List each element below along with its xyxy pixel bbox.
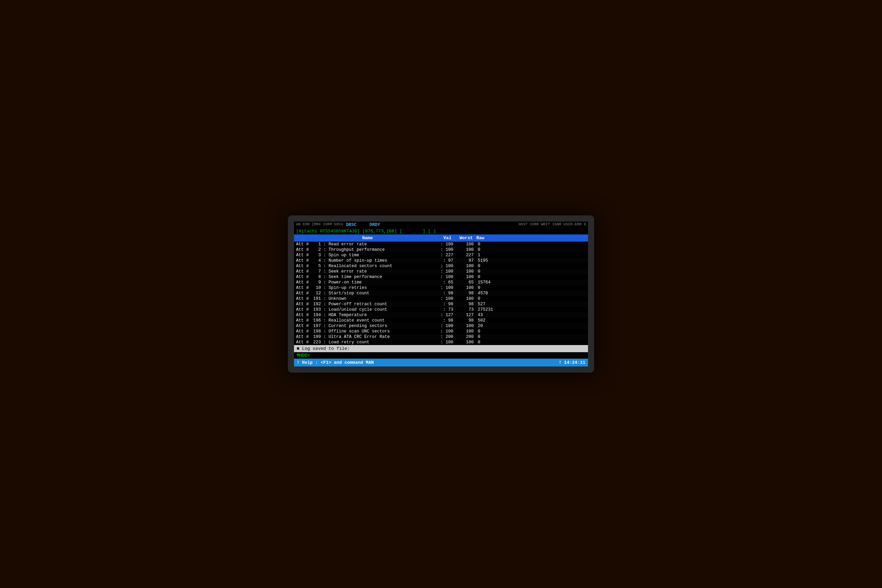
attr-worst: 100 xyxy=(456,248,476,252)
attr-val: : 100 xyxy=(439,274,456,279)
att-prefix: Att # xyxy=(296,313,309,318)
attr-label: Att # 223 : Load retry count xyxy=(296,340,439,345)
attr-raw: 20 xyxy=(476,324,504,328)
attr-num: 223 xyxy=(311,340,321,345)
attr-num: 191 xyxy=(311,296,321,301)
attr-colon: : xyxy=(324,291,329,296)
att-prefix: Att # xyxy=(296,248,309,252)
attr-name: HDA Temperature xyxy=(329,313,367,318)
attr-num: 5 xyxy=(311,264,321,268)
attr-colon: : xyxy=(324,296,329,301)
table-row: Att # 1 : Read error rate : 100 100 0 xyxy=(294,242,588,247)
attr-label: Att # 196 : Reallocate event count xyxy=(296,318,439,323)
attr-label: Att # 192 : Power-off retract count xyxy=(296,302,439,307)
attr-worst: 98 xyxy=(456,302,476,307)
attr-val: : 100 xyxy=(439,248,456,252)
attr-worst: 73 xyxy=(456,307,476,312)
attr-name: Spin up time xyxy=(329,253,359,258)
attr-colon: : xyxy=(324,334,329,339)
table-row: Att # 198 : Offline scan UNC sectors : 1… xyxy=(294,329,588,334)
attr-label: Att # 198 : Offline scan UNC sectors xyxy=(296,329,439,334)
bracket-open: [ xyxy=(296,229,299,234)
attr-num: 197 xyxy=(311,324,321,328)
attr-val: : 97 xyxy=(439,258,456,263)
attr-num: 8 xyxy=(311,274,321,279)
attribute-list: Att # 1 : Read error rate : 100 100 0 At… xyxy=(294,242,588,345)
attr-raw: 0 xyxy=(476,285,504,290)
attr-name: Current pending sectors xyxy=(329,324,388,328)
attr-name: Ultra ATA CRC Error Rate xyxy=(329,334,390,339)
attr-worst: 100 xyxy=(456,296,476,301)
attr-colon: : xyxy=(324,318,329,323)
prompt-bar[interactable]: MHDD> xyxy=(294,352,588,358)
attr-label: Att # 12 : Start/stop count xyxy=(296,291,439,296)
col-raw-header: Raw xyxy=(476,236,504,241)
attr-num: 192 xyxy=(311,302,321,307)
attr-label: Att # 199 : Ultra ATA CRC Error Rate xyxy=(296,334,439,339)
attr-colon: : xyxy=(324,340,329,345)
attr-colon: : xyxy=(324,313,329,318)
col-worst-header: Worst xyxy=(456,236,476,241)
help-right: ! 14:24:11 xyxy=(559,360,585,365)
attr-num: 196 xyxy=(311,318,321,323)
attr-val: : 100 xyxy=(439,340,456,345)
attr-colon: : xyxy=(324,280,329,285)
attr-worst: 100 xyxy=(456,269,476,274)
table-row: Att # 3 : Spin up time : 227 227 1 xyxy=(294,252,588,258)
attr-name: Offline scan UNC sectors xyxy=(329,329,390,334)
attr-label: Att # 9 : Power-on time xyxy=(296,280,439,285)
monitor: AN ERR [MRX CORR ERCo DRSC DRDY HOST COR… xyxy=(288,215,594,373)
attr-raw: 0 xyxy=(476,274,504,279)
table-row: Att # 193 : Load/unload cycle count : 73… xyxy=(294,307,588,312)
attr-name: Power-off retract count xyxy=(329,302,388,307)
attr-worst: 100 xyxy=(456,324,476,328)
attr-name: Seek time performance xyxy=(329,274,382,279)
table-row: Att # 199 : Ultra ATA CRC Error Rate : 2… xyxy=(294,334,588,340)
attr-colon: : xyxy=(324,269,329,274)
attr-name: Unknown xyxy=(329,296,347,301)
attr-val: : 100 xyxy=(439,285,456,290)
attr-num: 1 xyxy=(311,242,321,247)
attr-raw: 275231 xyxy=(476,307,504,312)
drsc-label: DRSC xyxy=(346,222,357,227)
attr-num: 199 xyxy=(311,334,321,339)
table-row: Att # 4 : Number of spin-up times : 97 9… xyxy=(294,258,588,263)
attr-colon: : xyxy=(324,274,329,279)
attr-num: 12 xyxy=(311,291,321,296)
table-row: Att # 10 : Spin-up retries : 100 100 0 xyxy=(294,285,588,291)
att-prefix: Att # xyxy=(296,269,309,274)
attr-name: Spin-up retries xyxy=(329,285,367,290)
attr-colon: : xyxy=(324,258,329,263)
att-prefix: Att # xyxy=(296,285,309,290)
table-row: Att # 192 : Power-off retract count : 98… xyxy=(294,302,588,307)
attr-val: : 100 xyxy=(439,242,456,247)
col-val-header: Val xyxy=(439,236,456,241)
table-row: Att # 223 : Load retry count : 100 100 0 xyxy=(294,340,588,345)
attr-num: 7 xyxy=(311,269,321,274)
screen: AN ERR [MRX CORR ERCo DRSC DRDY HOST COR… xyxy=(294,222,588,366)
attr-worst: 98 xyxy=(456,318,476,323)
attr-name: Read error rate xyxy=(329,242,367,247)
attr-worst: 127 xyxy=(456,313,476,318)
attr-raw: 15764 xyxy=(476,280,504,285)
attr-worst: 98 xyxy=(456,291,476,296)
col-name-header: Name xyxy=(296,236,439,241)
attr-colon: : xyxy=(324,307,329,312)
attr-raw: 0 xyxy=(476,248,504,252)
attr-val: : 100 xyxy=(439,329,456,334)
drive-sectors: 976,773,168 xyxy=(365,229,394,234)
attr-label: Att # 1 : Read error rate xyxy=(296,242,439,247)
attr-raw: 0 xyxy=(476,264,504,268)
attr-num: 194 xyxy=(311,313,321,318)
attr-worst: 100 xyxy=(456,285,476,290)
attr-name: Number of spin-up times xyxy=(329,258,388,263)
attr-worst: 100 xyxy=(456,264,476,268)
attr-label: Att # 197 : Current pending sectors xyxy=(296,324,439,328)
attr-worst: 100 xyxy=(456,242,476,247)
att-prefix: Att # xyxy=(296,296,309,301)
help-bar: ! Help : <F1> and command MAN ! 14:24:11 xyxy=(294,358,588,366)
attr-raw: 1 xyxy=(476,253,504,258)
attr-raw: 0 xyxy=(476,340,504,345)
table-row: Att # 196 : Reallocate event count : 98 … xyxy=(294,318,588,323)
attr-raw: 502 xyxy=(476,318,504,323)
